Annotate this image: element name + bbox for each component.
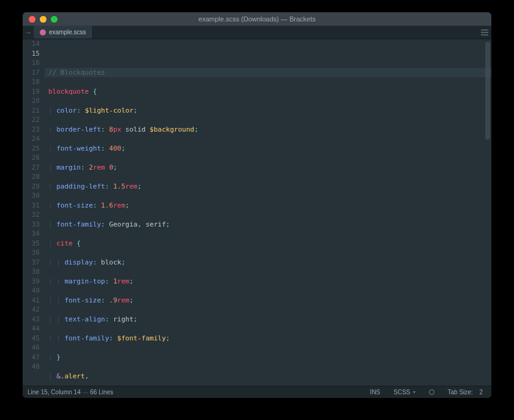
menu-icon[interactable] [478,26,491,39]
line-number: 37 [23,258,40,268]
line-number: 36 [23,248,40,258]
line-number: 45 [23,334,40,343]
line-number: 34 [23,229,40,239]
tab-filename: example.scss [49,29,86,36]
line-number: 46 [23,343,40,353]
line-number: 14 [23,39,40,49]
line-number: 35 [23,239,40,249]
line-number: 41 [23,296,40,306]
line-number: 22 [23,115,40,125]
line-number: 28 [23,172,40,182]
line-number: 30 [23,191,40,201]
line-number: 33 [23,220,40,230]
minimize-icon[interactable] [40,16,47,23]
line-number: 44 [23,324,40,334]
line-count: 66 Lines [90,389,113,396]
tab-example-scss[interactable]: example.scss [34,26,93,39]
cursor-position[interactable]: Line 15, Column 14 [28,389,81,396]
titlebar: example.scss (Downloads) — Brackets [23,12,491,26]
line-number: 15 [23,49,40,59]
sidebar-toggle-icon[interactable]: → [23,26,34,39]
code-text: // Blockquotes [48,69,105,77]
code-content[interactable]: // Blockquotes blockquote { | color: $li… [45,39,491,386]
line-number: 48 [23,362,40,372]
line-number: 38 [23,267,40,277]
line-number: 19 [23,87,40,97]
close-icon[interactable] [29,16,35,23]
window-controls [23,16,58,23]
line-number: 16 [23,58,40,68]
line-number: 27 [23,163,40,173]
editor-window: example.scss (Downloads) — Brackets → ex… [23,12,491,398]
line-number: 21 [23,106,40,116]
scrollbar[interactable] [485,42,490,383]
svg-point-0 [40,29,46,36]
line-number: 39 [23,277,40,287]
line-number: 32 [23,210,40,220]
tabbar: → example.scss [23,26,491,39]
line-number: 26 [23,153,40,163]
editor-area[interactable]: 1415161718192021222324252627282930313233… [23,39,491,386]
line-number: 25 [23,144,40,154]
insert-mode[interactable]: INS [367,389,384,396]
scrollbar-thumb[interactable] [485,42,490,140]
language-mode[interactable]: SCSS▾ [390,389,419,396]
line-number: 47 [23,353,40,362]
tab-size[interactable]: Tab Size: 2 [444,389,486,396]
line-number: 31 [23,201,40,211]
window-title: example.scss (Downloads) — Brackets [23,15,491,23]
gutter: 1415161718192021222324252627282930313233… [23,39,45,386]
line-number: 23 [23,125,40,135]
line-number: 20 [23,96,40,106]
statusbar: Line 15, Column 14 — 66 Lines INS SCSS▾ … [23,386,491,398]
line-number: 43 [23,315,40,324]
line-number: 40 [23,286,40,296]
line-number: 18 [23,77,40,87]
zoom-icon[interactable] [51,16,58,23]
line-number: 42 [23,305,40,315]
linting-status[interactable] [425,389,438,395]
line-number: 24 [23,134,40,144]
line-number: 29 [23,182,40,192]
line-number: 17 [23,68,40,78]
sass-icon [40,29,46,36]
